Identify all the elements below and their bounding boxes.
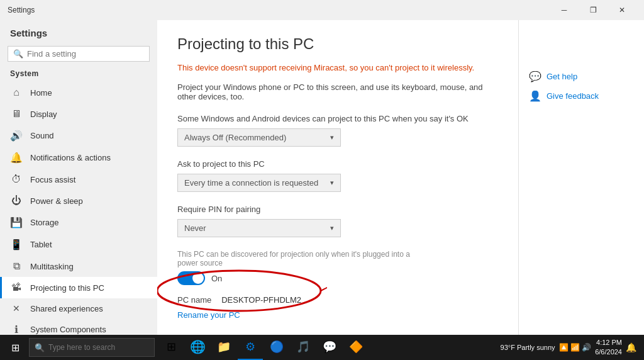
dropdown-ask-project[interactable]: Every time a connection is requested ▾	[177, 174, 341, 192]
pc-info-row: PC name DESKTOP-PFHDLM2	[177, 295, 498, 305]
sidebar-item-sound[interactable]: 🔊 Sound	[0, 125, 157, 147]
taskbar-search-box[interactable]: 🔍	[29, 338, 155, 357]
give-feedback-link[interactable]: 👤 Give feedback	[529, 90, 634, 102]
taskbar: ⊞ 🔍 ⊞ 🌐 📁 ⚙ 🔵 🎵 💬 🔶 93°F Partly sunny 🔼 …	[0, 335, 644, 360]
sidebar-item-label: Shared experiences	[30, 304, 103, 313]
error-message: This device doesn't support receiving Mi…	[177, 63, 498, 72]
dropdown-pin[interactable]: Never ▾	[177, 219, 341, 237]
dropdown-value: Every time a connection is requested	[184, 178, 318, 188]
sidebar-item-multitasking[interactable]: ⧉ Multitasking	[0, 256, 157, 277]
chevron-down-icon: ▾	[330, 179, 334, 187]
power-icon: ⏻	[10, 195, 23, 206]
sidebar-item-shared[interactable]: ✕ Shared experiences	[0, 298, 157, 318]
sidebar-item-label: Projecting to this PC	[30, 283, 104, 293]
toggle-label: On	[211, 274, 222, 283]
sidebar-item-storage[interactable]: 💾 Storage	[0, 211, 157, 233]
pc-name-label: PC name	[177, 295, 211, 305]
chevron-down-icon: ▾	[330, 224, 334, 232]
taskbar-search-input[interactable]	[48, 343, 136, 352]
give-feedback-label: Give feedback	[547, 91, 599, 101]
taskbar-app-folder[interactable]: 📁	[211, 335, 236, 360]
help-icon: 💬	[529, 70, 541, 82]
get-help-label: Get help	[547, 72, 577, 81]
sidebar-item-label: Power & sleep	[30, 196, 83, 206]
chevron-down-icon: ▾	[330, 133, 334, 142]
section2-label: Ask to project to this PC	[177, 159, 498, 169]
search-input[interactable]	[27, 49, 144, 59]
focus-icon: ⏱	[10, 174, 23, 185]
sidebar-item-power[interactable]: ⏻ Power & sleep	[0, 190, 157, 211]
sidebar-item-label: Storage	[30, 218, 59, 227]
close-button[interactable]: ✕	[608, 0, 636, 20]
toggle-knob	[192, 273, 204, 284]
titlebar-title: Settings	[8, 6, 35, 14]
taskbar-app-widgets[interactable]: ⊞	[158, 335, 184, 360]
taskbar-app-edge[interactable]: 🔵	[264, 335, 289, 360]
start-button[interactable]: ⊞	[3, 335, 28, 360]
rename-link[interactable]: Rename your PC	[177, 310, 240, 320]
sound-icon: 🔊	[10, 130, 23, 142]
main-content: Projecting to this PC This device doesn'…	[157, 20, 518, 335]
sidebar-title: Settings	[0, 20, 157, 43]
section1-label: Some Windows and Android devices can pro…	[177, 114, 498, 123]
sidebar-item-home[interactable]: ⌂ Home	[0, 82, 157, 103]
main-wrapper: Projecting to this PC This device doesn'…	[157, 20, 644, 335]
power-note: This PC can be discovered for projection…	[177, 250, 429, 267]
components-icon: ℹ	[10, 323, 23, 335]
taskbar-system: 93°F Partly sunny 🔼 📶 🔊 4:12 PM 6/6/2024…	[501, 338, 641, 357]
taskbar-app-skype[interactable]: 💬	[317, 335, 342, 360]
taskbar-search-icon: 🔍	[35, 343, 45, 352]
taskbar-app-orange[interactable]: 🔶	[343, 335, 369, 360]
app-body: Settings 🔍 System ⌂ Home 🖥 Display 🔊 Sou…	[0, 20, 644, 335]
home-icon: ⌂	[10, 87, 23, 98]
get-help-link[interactable]: 💬 Get help	[529, 70, 634, 82]
search-icon: 🔍	[13, 49, 23, 59]
description-text: Project your Windows phone or PC to this…	[177, 82, 498, 101]
system-label: System	[0, 67, 157, 82]
sidebar-item-label: System Components	[30, 325, 106, 334]
sidebar-item-focus[interactable]: ⏱ Focus assist	[0, 169, 157, 190]
storage-icon: 💾	[10, 217, 23, 228]
display-icon: 🖥	[10, 108, 23, 120]
sidebar-item-label: Home	[30, 88, 52, 98]
sidebar-item-notifications[interactable]: 🔔 Notifications & actions	[0, 147, 157, 169]
feedback-icon: 👤	[529, 90, 541, 102]
sidebar-item-label: Tablet	[30, 240, 52, 249]
titlebar-controls: ─ ❐ ✕	[550, 0, 636, 20]
multitasking-icon: ⧉	[10, 261, 23, 272]
sidebar-item-label: Focus assist	[30, 175, 75, 184]
help-panel: 💬 Get help 👤 Give feedback	[518, 20, 644, 335]
sidebar-item-components[interactable]: ℹ System Components	[0, 318, 157, 335]
taskbar-app-media[interactable]: 🎵	[291, 335, 316, 360]
page-title: Projecting to this PC	[177, 35, 498, 53]
titlebar: Settings ─ ❐ ✕	[0, 0, 644, 20]
sidebar-item-label: Display	[30, 110, 57, 119]
minimize-button[interactable]: ─	[550, 0, 579, 20]
restore-button[interactable]: ❐	[579, 0, 608, 20]
power-toggle[interactable]	[177, 271, 205, 285]
search-box[interactable]: 🔍	[8, 46, 150, 62]
tablet-icon: 📱	[10, 239, 23, 250]
taskbar-clock: 4:12 PM 6/6/2024	[595, 338, 622, 357]
notification-bell-icon[interactable]: 🔔	[626, 342, 636, 352]
dropdown-value: Never	[184, 223, 206, 233]
shared-icon: ✕	[10, 303, 23, 313]
sidebar-item-projecting[interactable]: 📽 Projecting to this PC	[0, 277, 157, 298]
clock-time: 4:12 PM	[595, 338, 622, 347]
projecting-icon: 📽	[10, 282, 23, 293]
sidebar-item-tablet[interactable]: 📱 Tablet	[0, 233, 157, 256]
taskbar-app-browser[interactable]: 🌐	[185, 335, 210, 360]
taskbar-apps: ⊞ 🌐 📁 ⚙ 🔵 🎵 💬 🔶	[158, 335, 369, 360]
taskbar-app-settings[interactable]: ⚙	[238, 335, 263, 360]
sidebar-item-label: Notifications & actions	[30, 153, 111, 162]
dropdown-value: Always Off (Recommended)	[184, 133, 286, 142]
toggle-row: On	[177, 271, 498, 285]
section3-label: Require PIN for pairing	[177, 205, 498, 214]
notifications-icon: 🔔	[10, 152, 23, 164]
sidebar-item-label: Sound	[30, 131, 54, 140]
dropdown-always-off[interactable]: Always Off (Recommended) ▾	[177, 128, 341, 147]
clock-date: 6/6/2024	[595, 347, 622, 357]
sidebar-item-label: Multitasking	[30, 262, 74, 271]
sidebar: Settings 🔍 System ⌂ Home 🖥 Display 🔊 Sou…	[0, 20, 157, 335]
sidebar-item-display[interactable]: 🖥 Display	[0, 103, 157, 125]
